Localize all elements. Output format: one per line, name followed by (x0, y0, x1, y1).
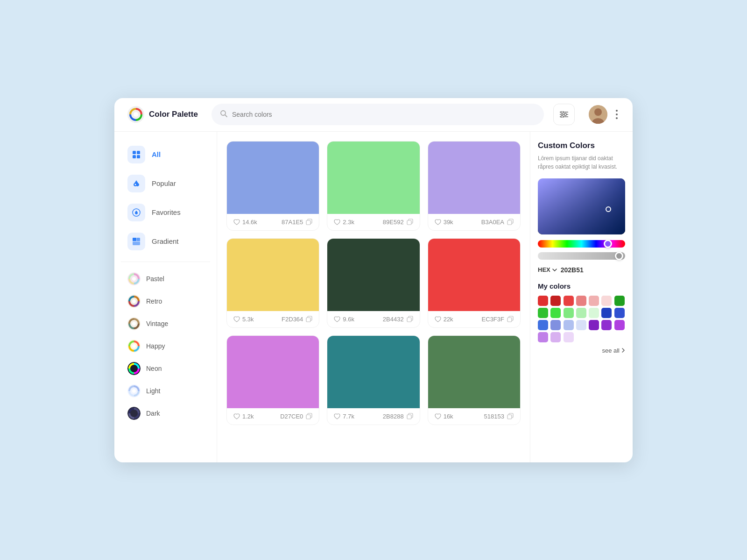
my-colors-title: My colors (538, 282, 625, 290)
color-info: 1.2k D27CE0 (227, 408, 319, 425)
color-likes: 2.3k (334, 219, 354, 226)
color-card[interactable]: 5.3k F2D364 (226, 238, 319, 328)
my-color-swatch[interactable] (576, 296, 586, 306)
style-label-vintage: Vintage (146, 320, 168, 327)
my-color-swatch[interactable] (589, 320, 599, 330)
style-label-neon: Neon (146, 365, 162, 372)
search-input[interactable] (232, 111, 536, 118)
color-likes: 22k (435, 316, 453, 323)
sidebar-item-gradient[interactable]: Gradient (121, 228, 210, 255)
my-color-swatch[interactable] (538, 296, 548, 306)
my-color-swatch[interactable] (564, 332, 574, 342)
svg-rect-16 (137, 155, 140, 158)
see-all-button[interactable]: see all (538, 347, 625, 354)
filter-button[interactable] (553, 104, 575, 125)
my-color-swatch[interactable] (576, 320, 586, 330)
gradient-icon (127, 233, 145, 250)
my-color-swatch[interactable] (550, 296, 561, 306)
opacity-slider[interactable] (538, 252, 625, 260)
app-window: Color Palette (114, 98, 633, 462)
color-picker-swatch[interactable] (538, 178, 625, 234)
hue-slider[interactable] (538, 240, 625, 248)
my-color-swatch[interactable] (538, 320, 548, 330)
color-swatch (327, 336, 419, 408)
color-likes: 14.6k (233, 219, 257, 226)
svg-rect-46 (407, 318, 411, 322)
style-item-pastel[interactable]: Pastel (121, 269, 210, 289)
hex-type-selector[interactable]: HEX (538, 266, 557, 273)
my-color-swatch[interactable] (550, 308, 561, 318)
my-color-swatch[interactable] (614, 296, 625, 306)
svg-rect-50 (306, 415, 310, 419)
svg-point-1 (134, 112, 138, 117)
my-color-swatch[interactable] (564, 296, 574, 306)
panel-description: Lōrem ipsum tijanar did oaktat råpres oa… (538, 154, 625, 171)
color-card[interactable]: 14.6k 87A1E5 (226, 141, 319, 231)
color-card[interactable]: 22k EC3F3F (428, 238, 521, 328)
svg-rect-21 (137, 238, 140, 241)
svg-point-17 (135, 184, 136, 185)
svg-rect-54 (507, 415, 512, 419)
my-color-swatch[interactable] (601, 308, 612, 318)
my-color-swatch[interactable] (601, 296, 612, 306)
hex-value[interactable]: 202B51 (561, 266, 584, 274)
my-color-swatch[interactable] (614, 320, 625, 330)
sidebar-item-favorites[interactable]: Favorites (121, 199, 210, 226)
my-color-swatch[interactable] (550, 320, 561, 330)
logo-icon (127, 106, 144, 123)
avatar[interactable] (589, 105, 607, 124)
color-card[interactable]: 16k 518153 (428, 335, 521, 425)
dark-icon (127, 407, 141, 420)
my-color-swatch[interactable] (564, 308, 574, 318)
hue-thumb (604, 240, 612, 248)
color-info: 9.6k 2B4432 (327, 311, 419, 327)
color-hex: 89E592 (383, 219, 413, 226)
color-likes: 5.3k (233, 316, 254, 323)
hex-row: HEX 202B51 (538, 266, 625, 274)
sidebar-item-all[interactable]: All (121, 141, 210, 168)
color-card[interactable]: 9.6k 2B4432 (327, 238, 420, 328)
style-item-light[interactable]: Light (121, 381, 210, 401)
svg-rect-40 (407, 220, 411, 225)
color-card[interactable]: 7.7k 2B8288 (327, 335, 420, 425)
color-likes: 7.7k (334, 413, 354, 420)
sidebar-label-favorites: Favorites (152, 208, 181, 216)
retro-icon (127, 295, 141, 308)
svg-point-34 (132, 389, 136, 393)
color-info: 5.3k F2D364 (227, 311, 319, 327)
my-color-swatch[interactable] (576, 308, 586, 318)
style-item-retro[interactable]: Retro (121, 291, 210, 312)
my-color-swatch[interactable] (550, 332, 561, 342)
color-hex: 2B4432 (383, 316, 413, 323)
my-color-swatch[interactable] (538, 332, 548, 342)
svg-point-36 (132, 411, 136, 415)
sidebar-divider (121, 262, 210, 262)
dot (616, 110, 618, 112)
style-label-happy: Happy (146, 342, 165, 350)
popular-icon (127, 175, 145, 192)
color-card[interactable]: 2.3k 89E592 (327, 141, 420, 231)
svg-point-9 (561, 116, 564, 118)
my-color-swatch[interactable] (589, 296, 599, 306)
search-bar[interactable] (211, 104, 544, 125)
style-label-dark: Dark (146, 410, 160, 417)
my-color-swatch[interactable] (614, 308, 625, 318)
color-card[interactable]: 39k B3A0EA (428, 141, 521, 231)
my-color-swatch[interactable] (589, 308, 599, 318)
color-likes: 39k (435, 219, 453, 226)
style-item-happy[interactable]: Happy (121, 336, 210, 356)
my-color-swatch[interactable] (564, 320, 574, 330)
style-item-neon[interactable]: Neon (121, 358, 210, 379)
my-color-swatch[interactable] (601, 320, 612, 330)
style-item-vintage[interactable]: Vintage (121, 313, 210, 334)
style-item-dark[interactable]: Dark (121, 403, 210, 424)
more-menu-button[interactable] (614, 108, 620, 121)
svg-point-8 (564, 113, 567, 116)
color-info: 14.6k 87A1E5 (227, 214, 319, 230)
sidebar-item-popular[interactable]: Popular (121, 170, 210, 197)
vintage-icon (127, 317, 141, 330)
right-panel: Custom Colors Lōrem ipsum tijanar did oa… (530, 132, 633, 462)
my-color-swatch[interactable] (538, 308, 548, 318)
color-card[interactable]: 1.2k D27CE0 (226, 335, 319, 425)
color-swatch (428, 336, 520, 408)
